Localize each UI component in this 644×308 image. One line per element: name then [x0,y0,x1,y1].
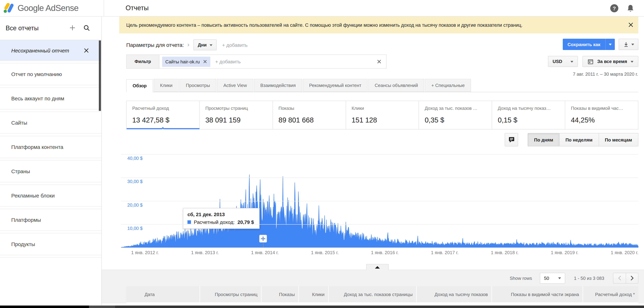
table-header-cell[interactable]: Клики [298,286,328,302]
sidebar-scrollbar[interactable] [99,41,101,111]
chevron-down-icon [570,61,573,64]
adsense-logo[interactable]: Google AdSense [0,3,78,13]
metric-card-label: Показы в видимой час… [571,106,636,111]
granularity-switch: По днямПо неделямПо месяцам [528,133,638,146]
table-header-cell[interactable]: Доход за тыс. показов страницы [328,286,416,302]
filter-clear-icon[interactable] [377,59,382,64]
help-icon[interactable]: ? [610,4,618,12]
metric-card-label: Доход за тыс. показов … [425,106,490,111]
chevron-right-icon: › [187,41,189,48]
table-header-cell[interactable]: Расчетный доход * [582,286,638,302]
add-dimension-link[interactable]: + добавить [222,42,248,48]
dimension-dropdown[interactable]: Дни [194,40,217,50]
topbar-divider [104,0,104,16]
sidebar-item-отчет-по-умолчанию[interactable]: Отчет по умолчанию [0,63,101,85]
metric-card-6[interactable]: Доход на тысячу показ…0,15 $ [492,101,565,129]
metric-card-5[interactable]: Доход за тыс. показов …0,35 $ [419,101,492,129]
chart-marker-line [263,243,264,247]
tab-сеансы-объявлений[interactable]: Сеансы объявлений [368,79,424,92]
dimension-value: Дни [198,42,207,48]
sidebar-separator [0,61,101,63]
sidebar-separator [0,158,101,161]
metric-card-value: 89 801 668 [278,116,344,124]
sidebar-item-unsaved-report[interactable]: Несохраненный отчет [0,40,101,61]
comment-icon [508,136,515,143]
metric-card-4[interactable]: Клики151 128 [346,101,419,129]
banner-close-icon[interactable] [628,22,634,28]
bottom-bar [0,305,644,308]
metric-card-2[interactable]: Просмотры страниц38 091 159 [200,101,272,129]
save-as-menu-button[interactable] [605,39,615,50]
chart-x-tick-label: 1 янв. 2016 г. [362,250,408,255]
page-title: Отчеты [126,4,148,12]
reports-sidebar: Все отчеты Несохраненный отчет Отчет по … [0,17,102,305]
chart-zoom-marker-button[interactable] [259,235,267,242]
tab-клики[interactable]: Клики [154,79,179,92]
search-icon[interactable] [83,25,90,31]
tab-active-view[interactable]: Active View [217,79,253,92]
info-banner: Цель рекомендуемого контента – повысить … [119,17,638,34]
close-report-icon[interactable] [83,48,89,54]
filter-bar: Фильтр Сайты hair-ok.ru + добавить [126,55,386,69]
report-tabs: ОбзорКликиПросмотрыActive ViewВзаимодейс… [126,79,638,92]
rows-per-page-dropdown[interactable]: 50 [540,273,565,283]
filter-label: Фильтр [126,55,159,68]
chevron-down-icon [210,44,212,47]
tab-+-специальные[interactable]: + Специальные [425,79,471,92]
report-parameters-label: Параметры для отчета: [126,42,184,48]
sidebar-separator [0,109,101,112]
table-header-cell[interactable]: Дата [126,286,200,302]
granularity-2[interactable]: По неделям [559,133,598,146]
date-range-preset: За все время [597,59,627,64]
save-as-button[interactable]: Сохранить как [562,39,605,50]
tab-рекомендуемый-контент[interactable]: Рекомендуемый контент [303,79,368,92]
filter-add-placeholder[interactable]: + добавить [215,59,241,64]
metric-card-1[interactable]: Расчетный доход13 427,58 $ [126,101,200,129]
previous-page-button[interactable] [613,273,626,283]
add-report-icon[interactable] [69,24,76,31]
metric-card-label: Показы [278,106,344,111]
tooltip-date: сб, 21 дек. 2013 [188,212,255,217]
table-header-cell[interactable]: Показы [261,286,298,302]
collapse-table-button[interactable] [366,264,389,270]
download-button[interactable] [619,39,638,50]
table-header-cell[interactable]: Просмотры страниц [200,286,261,302]
sidebar-item-рекламные-блоки[interactable]: Рекламные блоки [0,185,101,206]
next-page-button[interactable] [626,273,638,283]
triangle-up-icon [375,266,380,268]
earnings-chart[interactable]: сб, 21 дек. 2013 Расчетный доход: 20,79 … [121,147,638,263]
sidebar-title: Все отчеты [6,25,39,32]
granularity-3[interactable]: По месяцам [598,133,638,146]
tab-взаимодействия[interactable]: Взаимодействия [254,79,302,92]
save-as-split-button: Сохранить как [562,39,615,50]
granularity-1[interactable]: По дням [528,133,559,146]
chart-gridline [121,178,638,178]
metric-card-7[interactable]: Показы в видимой час…44,25% [565,101,638,129]
sidebar-separator [0,85,101,88]
chart-x-tick-label: 1 янв. 2013 г. [182,250,228,255]
tab-просмотры[interactable]: Просмотры [180,79,216,92]
sidebar-item-платформа-контента[interactable]: Платформа контента [0,136,101,158]
sidebar-item-весь-аккаунт-по-дням[interactable]: Весь аккаунт по дням [0,88,101,109]
table-header-cell[interactable]: Показы в видимой части экрана [491,286,582,302]
sidebar-item-платформы[interactable]: Платформы [0,209,101,230]
table-header-cell[interactable]: Доход на тысячу показов [416,286,491,302]
tab-обзор[interactable]: Обзор [126,79,153,92]
filter-chip-sites[interactable]: Сайты hair-ok.ru [162,57,210,67]
notifications-bell-icon[interactable] [627,4,634,12]
sidebar-item-продукты[interactable]: Продукты [0,233,101,255]
chevron-left-icon [618,275,622,281]
currency-dropdown[interactable]: USD [548,56,578,67]
date-range-dropdown[interactable]: За все время [582,56,638,67]
sidebar-report-list: Отчет по умолчаниюВесь аккаунт по днямСа… [0,61,101,258]
table-row [126,302,638,304]
pagination-status: 1 - 50 из 3 083 [574,275,604,281]
metric-card-value: 0,35 $ [425,116,490,124]
metric-card-3[interactable]: Показы89 801 668 [272,101,346,129]
annotations-button[interactable] [505,133,518,146]
table-header-row: ДатаПросмотры страницПоказыКликиДоход за… [126,286,638,302]
sidebar-item-страны[interactable]: Страны [0,161,101,182]
sidebar-item-сайты[interactable]: Сайты [0,112,101,133]
chip-remove-icon[interactable] [203,60,207,64]
show-rows-label: Show rows [510,275,532,281]
